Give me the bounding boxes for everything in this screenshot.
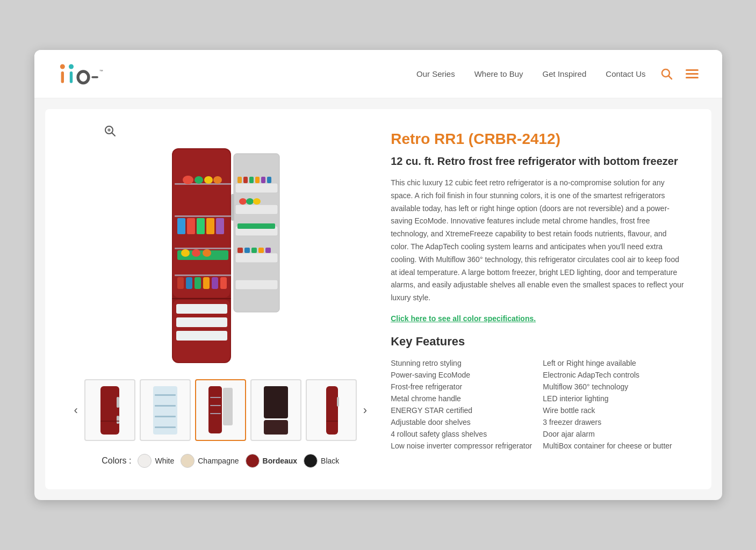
svg-rect-71: [117, 397, 119, 408]
features-grid: Stunning retro stylingPower-saving EcoMo…: [391, 357, 684, 452]
svg-rect-5: [91, 76, 98, 78]
header: ™ Our Series Where to Buy Get Inspired C…: [34, 50, 722, 98]
svg-rect-39: [244, 248, 250, 253]
svg-rect-80: [223, 388, 233, 425]
svg-point-2: [69, 64, 74, 69]
svg-rect-54: [206, 218, 214, 234]
color-specs-link[interactable]: Click here to see all color specificatio…: [391, 314, 684, 323]
thumbnails-row: ‹: [72, 379, 370, 441]
feature-item-6: Metal chrome handle: [391, 393, 532, 404]
color-name-black: Black: [321, 457, 339, 465]
thumbnail-1[interactable]: [84, 379, 135, 441]
color-white[interactable]: White: [138, 454, 174, 468]
svg-rect-33: [267, 177, 271, 183]
svg-rect-23: [235, 183, 278, 193]
product-title: Retro RR1 (CRBR-2412): [391, 131, 684, 148]
svg-rect-37: [237, 223, 275, 229]
svg-rect-55: [216, 218, 224, 234]
svg-rect-87: [337, 397, 339, 407]
svg-rect-51: [177, 218, 185, 234]
svg-rect-46: [175, 274, 231, 276]
color-champagne[interactable]: Champagne: [181, 454, 239, 468]
fridge-illustration: [156, 140, 285, 371]
svg-rect-81: [210, 397, 221, 398]
search-button[interactable]: [659, 66, 675, 82]
svg-rect-84: [264, 386, 288, 418]
color-name-bordeaux: Bordeaux: [263, 457, 298, 465]
svg-rect-3: [69, 71, 72, 83]
nav-link-contact-us[interactable]: Contact Us: [606, 69, 645, 78]
menu-button[interactable]: [683, 67, 701, 81]
main-product-image: [118, 143, 322, 368]
nav-item-get-inspired[interactable]: Get Inspired: [543, 69, 587, 79]
feature-item-8: ENERGY STAR certified: [391, 404, 532, 416]
svg-point-35: [246, 198, 254, 205]
thumbnail-2[interactable]: [140, 379, 191, 441]
svg-rect-30: [249, 177, 254, 183]
svg-rect-28: [237, 177, 242, 183]
feature-item-4: Frost-free refrigerator: [391, 381, 532, 393]
svg-rect-52: [187, 218, 195, 234]
svg-point-50: [213, 176, 222, 184]
svg-rect-66: [176, 304, 227, 314]
color-name-white: White: [155, 457, 174, 465]
svg-rect-31: [255, 177, 260, 183]
thumbnail-4[interactable]: [250, 379, 301, 441]
svg-rect-44: [175, 215, 231, 217]
feature-item-11: 3 freezer drawers: [543, 416, 684, 428]
nav-link-where-to-buy[interactable]: Where to Buy: [474, 69, 523, 78]
color-swatch-bordeaux: [246, 454, 260, 468]
feature-item-3: Electronic AdapTech controls: [543, 369, 684, 381]
svg-rect-11: [686, 77, 699, 78]
svg-rect-76: [155, 405, 176, 407]
feature-item-14: Low noise inverter compressor refrigerat…: [391, 440, 532, 452]
nav-item-our-series[interactable]: Our Series: [416, 69, 455, 79]
nav: Our Series Where to Buy Get Inspired Con…: [416, 69, 646, 79]
svg-point-58: [192, 249, 200, 257]
svg-rect-41: [258, 248, 264, 253]
svg-rect-27: [235, 280, 278, 290]
feature-item-1: Left or Right hinge available: [543, 357, 684, 369]
feature-item-12: 4 rollout safety glass shelves: [391, 428, 532, 440]
svg-point-49: [204, 176, 213, 184]
svg-rect-77: [155, 416, 176, 417]
logo-svg: ™: [56, 62, 120, 86]
prev-thumbnail-button[interactable]: ‹: [72, 403, 80, 417]
right-panel: Retro RR1 (CRBR-2412) 12 cu. ft. Retro f…: [391, 125, 684, 468]
thumbnail-5[interactable]: [306, 379, 357, 441]
svg-point-34: [239, 198, 247, 205]
feature-item-7: LED interior lighting: [543, 393, 684, 404]
svg-rect-10: [686, 73, 699, 75]
header-icons: [659, 66, 701, 82]
svg-point-47: [183, 176, 193, 184]
color-bordeaux[interactable]: Bordeaux: [246, 454, 298, 468]
color-swatch-black: [304, 454, 318, 468]
nav-item-where-to-buy[interactable]: Where to Buy: [474, 69, 523, 79]
svg-rect-68: [176, 331, 227, 341]
feature-item-13: Door ajar alarm: [543, 428, 684, 440]
svg-rect-69: [231, 194, 234, 221]
svg-rect-29: [243, 177, 248, 183]
nav-link-get-inspired[interactable]: Get Inspired: [543, 69, 587, 78]
svg-rect-43: [175, 183, 231, 185]
svg-line-8: [668, 76, 672, 79]
color-black[interactable]: Black: [304, 454, 339, 468]
product-subtitle: 12 cu. ft. Retro frost free refrigerator…: [391, 154, 684, 168]
colors-label: Colors :: [102, 456, 131, 466]
svg-rect-86: [326, 386, 338, 435]
next-thumbnail-button[interactable]: ›: [361, 403, 369, 417]
nav-link-our-series[interactable]: Our Series: [416, 69, 455, 78]
svg-point-57: [181, 249, 190, 257]
svg-rect-63: [203, 277, 210, 289]
feature-item-5: Multiflow 360° technology: [543, 381, 684, 393]
feature-item-10: Adjustable door shelves: [391, 416, 532, 428]
nav-item-contact-us[interactable]: Contact Us: [606, 69, 645, 79]
thumbnail-3[interactable]: [195, 379, 246, 441]
svg-rect-85: [264, 420, 288, 435]
colors-section: Colors : White Champagne Bordeaux Black: [102, 454, 339, 468]
zoom-icon: [104, 125, 116, 137]
svg-point-36: [253, 198, 261, 205]
product-description: This chic luxury 12 cubic feet retro ref…: [391, 177, 684, 305]
zoom-icon-wrap[interactable]: [104, 125, 116, 140]
svg-rect-65: [220, 277, 227, 289]
